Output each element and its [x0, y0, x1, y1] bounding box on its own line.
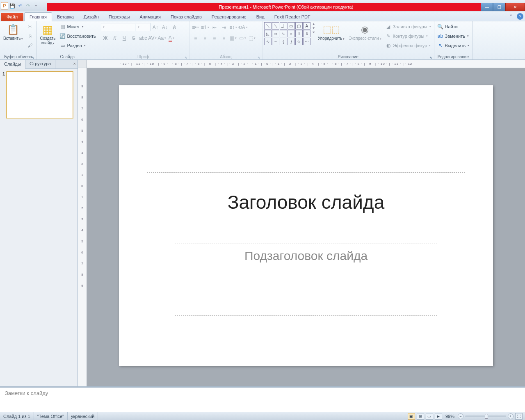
font-family-combo[interactable] — [101, 23, 135, 31]
shape-curve-icon[interactable]: ∿ — [264, 38, 272, 45]
shape-text-icon[interactable]: A — [303, 22, 310, 30]
tab-view[interactable]: Вид — [251, 13, 269, 21]
tab-design[interactable]: Дизайн — [79, 13, 104, 21]
shape-brace-icon[interactable]: { — [280, 38, 287, 45]
tab-file[interactable]: Файл — [1, 13, 23, 21]
save-icon[interactable]: 💾 — [9, 2, 16, 9]
shape-arrow5-icon[interactable]: ⇩ — [303, 30, 310, 37]
subtitle-placeholder[interactable]: Подзаголовок слайда — [175, 244, 437, 316]
close-button[interactable]: ✕ — [505, 3, 525, 11]
numbering-icon[interactable]: ≡1 — [201, 23, 210, 32]
paste-button[interactable]: 📋 Вставить — [2, 22, 25, 41]
undo-icon[interactable]: ↶ — [16, 2, 24, 9]
select-button[interactable]: ↖Выделить — [436, 41, 471, 50]
shape-line-icon[interactable]: ＼ — [264, 22, 272, 30]
font-color-icon[interactable]: A — [167, 34, 176, 43]
tab-home[interactable]: Главная — [24, 12, 52, 21]
new-slide-button[interactable]: ▦ Создать слайд — [38, 22, 57, 46]
tab-transitions[interactable]: Переходы — [104, 13, 135, 21]
shape-fill-button[interactable]: ◢Заливка фигуры — [384, 22, 432, 31]
group-label-clipboard[interactable]: Буфер обмена — [2, 54, 34, 59]
change-case-icon[interactable]: Aa — [158, 34, 167, 43]
line-spacing-icon[interactable]: ≡↕ — [229, 23, 238, 32]
tab-animations[interactable]: Анимация — [135, 13, 166, 21]
increase-indent-icon[interactable]: ⇥ — [219, 23, 228, 32]
panel-close-icon[interactable]: × — [73, 61, 76, 66]
shape-more-icon[interactable]: ⋯ — [303, 38, 310, 45]
qat-customize-icon[interactable] — [32, 2, 39, 9]
shape-arrow4-icon[interactable]: ⇧ — [295, 30, 303, 37]
reading-view-icon[interactable]: ▭ — [426, 413, 433, 420]
underline-icon[interactable]: Ч — [120, 34, 129, 43]
normal-view-icon[interactable]: ▣ — [408, 413, 415, 420]
bullets-icon[interactable]: ≡• — [191, 23, 200, 32]
layout-button[interactable]: ▤Макет — [58, 22, 97, 31]
align-right-icon[interactable]: ≡ — [210, 34, 219, 43]
slideshow-view-icon[interactable]: ▶ — [435, 413, 442, 420]
notes-pane[interactable]: Заметки к слайду — [0, 386, 525, 412]
status-theme[interactable]: "Тема Office" — [34, 412, 68, 420]
shape-rect2-icon[interactable]: ▢ — [295, 22, 303, 30]
shadow-icon[interactable]: abc — [139, 34, 148, 43]
quickstyles-button[interactable]: ◉ Экспресс-стили — [347, 22, 383, 41]
align-left-icon[interactable]: ≡ — [191, 34, 200, 43]
shape-circle-icon[interactable]: ○ — [288, 30, 295, 37]
app-icon[interactable]: P — [1, 2, 8, 9]
zoom-level[interactable]: 99% — [445, 414, 454, 419]
char-spacing-icon[interactable]: AV — [148, 34, 157, 43]
bold-icon[interactable]: Ж — [101, 34, 110, 43]
help-icon[interactable]: ? — [517, 13, 523, 20]
minimize-button[interactable]: — — [481, 3, 493, 11]
group-label-paragraph[interactable]: Абзац — [191, 54, 260, 59]
sorter-view-icon[interactable]: ⊞ — [417, 413, 424, 420]
canvas-area[interactable]: Заголовок слайда Подзаголовок слайда — [87, 68, 525, 386]
shape-brace2-icon[interactable]: } — [288, 38, 295, 45]
align-text-icon[interactable]: ▭ — [238, 34, 247, 43]
title-placeholder[interactable]: Заголовок слайда — [147, 172, 465, 232]
tab-review[interactable]: Рецензирование — [207, 13, 251, 21]
group-label-drawing[interactable]: Рисование — [264, 54, 432, 59]
list-item[interactable]: 1 — [2, 71, 75, 118]
section-button[interactable]: ▭Раздел — [58, 41, 97, 50]
shape-arrow2-icon[interactable]: ⇨ — [272, 30, 279, 37]
status-slide-number[interactable]: Слайд 1 из 1 — [0, 412, 34, 420]
shape-arrow-icon[interactable]: ◺ — [264, 30, 272, 37]
panel-tab-slides[interactable]: Слайды — [0, 60, 25, 69]
arrange-button[interactable]: ⬚⬚ Упорядочить — [316, 22, 347, 41]
shrink-font-icon[interactable]: A↓ — [160, 23, 169, 32]
zoom-slider[interactable] — [465, 415, 506, 417]
columns-icon[interactable]: ▥ — [229, 34, 238, 43]
tab-insert[interactable]: Вставка — [52, 13, 79, 21]
cut-icon[interactable]: ✂ — [25, 22, 34, 31]
status-language[interactable]: украинский — [68, 412, 98, 420]
copy-icon[interactable]: ⎘ — [25, 32, 34, 41]
find-button[interactable]: 🔍Найти — [436, 22, 471, 31]
text-direction-icon[interactable]: ⟲A — [238, 23, 247, 32]
shape-line2-icon[interactable]: ＼ — [272, 22, 279, 30]
format-painter-icon[interactable]: 🖌 — [25, 41, 34, 50]
shape-outline-button[interactable]: ✎Контур фигуры — [384, 32, 432, 41]
shape-curve2-icon[interactable]: ⎓ — [272, 38, 279, 45]
shape-star-icon[interactable]: ☆ — [295, 38, 303, 45]
reset-button[interactable]: 🔄Восстановить — [58, 32, 97, 41]
shape-effects-button[interactable]: ◐Эффекты фигур — [384, 41, 432, 50]
minimize-ribbon-icon[interactable]: ˄ — [508, 13, 514, 20]
align-center-icon[interactable]: ≡ — [201, 34, 210, 43]
justify-icon[interactable]: ≡ — [219, 34, 228, 43]
group-label-font[interactable]: Шрифт — [101, 54, 187, 59]
strikethrough-icon[interactable]: S̶ — [129, 34, 138, 43]
zoom-in-button[interactable]: + — [508, 413, 514, 419]
gallery-more-icon[interactable]: ⏷ — [312, 30, 315, 34]
font-size-combo[interactable] — [136, 23, 151, 31]
tab-slideshow[interactable]: Показ слайдов — [166, 13, 207, 21]
thumbnails-list[interactable]: 1 — [0, 69, 78, 386]
replace-button[interactable]: abЗаменить — [436, 32, 471, 41]
panel-tab-outline[interactable]: Структура — [25, 60, 55, 68]
maximize-button[interactable]: ❐ — [493, 3, 505, 11]
grow-font-icon[interactable]: A↑ — [151, 23, 160, 32]
redo-icon[interactable]: ↷ — [24, 2, 32, 9]
decrease-indent-icon[interactable]: ⇤ — [210, 23, 219, 32]
vertical-ruler[interactable]: 9876543210123456789 — [78, 68, 87, 386]
fit-window-icon[interactable]: ⛶ — [515, 413, 523, 420]
slide-canvas[interactable]: Заголовок слайда Подзаголовок слайда — [119, 85, 493, 366]
